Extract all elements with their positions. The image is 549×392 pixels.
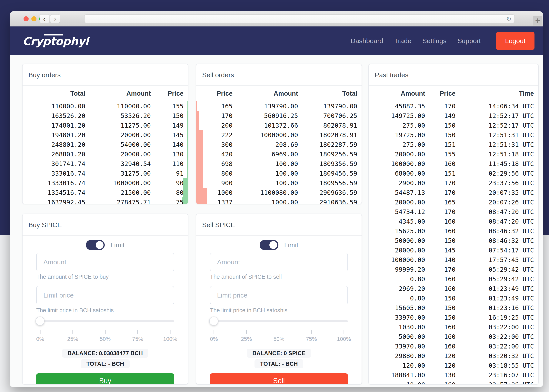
back-button[interactable]: ‹ bbox=[40, 14, 49, 23]
trade-row: 4345.0016008:47:20 UTC bbox=[374, 217, 534, 226]
cell-price: 149 bbox=[151, 122, 183, 129]
toggle-label: Limit bbox=[284, 241, 298, 249]
cell-price: 130 bbox=[425, 371, 456, 379]
order-row[interactable]: 248801.2054000.00140 bbox=[28, 140, 183, 149]
cell-price: 150 bbox=[425, 294, 456, 302]
trade-row: 275.0015112:51:31 UTC bbox=[374, 140, 534, 149]
nav-trade[interactable]: Trade bbox=[394, 37, 411, 45]
sell-button[interactable]: Sell bbox=[210, 373, 348, 385]
cell-time: 01:23:49 UTC bbox=[456, 294, 534, 302]
nav-settings[interactable]: Settings bbox=[422, 37, 446, 45]
nav-dashboard[interactable]: Dashboard bbox=[351, 37, 383, 45]
url-bar[interactable]: ↻ bbox=[84, 14, 515, 23]
cell-time: 08:47:20 UTC bbox=[456, 208, 534, 216]
cell-amount: 1000000.00 bbox=[85, 179, 151, 187]
order-row[interactable]: 800100.001809456.59 bbox=[201, 168, 357, 178]
cell-amount: 100000.00 bbox=[374, 256, 425, 264]
limit-toggle[interactable] bbox=[260, 240, 278, 250]
trade-row: 50000.0015008:46:32 UTC bbox=[374, 236, 534, 245]
cell-amount: 120.00 bbox=[374, 362, 425, 369]
cell-amount: 53526.20 bbox=[85, 112, 151, 119]
cell-total: 1809356.59 bbox=[298, 160, 357, 168]
order-row[interactable]: 165139790.00139790.00 bbox=[201, 101, 357, 111]
depth-bar bbox=[187, 149, 188, 159]
order-row[interactable]: 268801.2020000.00130 bbox=[28, 149, 183, 159]
order-row[interactable]: 174801.2011275.00149 bbox=[28, 120, 183, 130]
cell-time: 12:51:31 UTC bbox=[456, 141, 534, 148]
slider-tick-label: 75% bbox=[306, 336, 317, 342]
limit-price-input[interactable] bbox=[210, 286, 348, 304]
column-header-total: Total bbox=[298, 90, 357, 97]
order-row[interactable]: 301741.7432940.54110 bbox=[28, 159, 183, 168]
order-row[interactable]: 1333016.741000000.0090 bbox=[28, 178, 183, 188]
slider-tick-labels: 0%25%50%75%100% bbox=[214, 336, 344, 342]
slider-knob[interactable] bbox=[35, 316, 44, 326]
amount-input[interactable] bbox=[210, 253, 348, 271]
cell-price: 160 bbox=[425, 333, 456, 340]
cell-time: 17:57:45 UTC bbox=[456, 256, 534, 264]
limit-toggle[interactable] bbox=[86, 240, 105, 250]
slider-ticks bbox=[214, 330, 344, 334]
minimize-window-button[interactable] bbox=[31, 16, 36, 21]
logo[interactable]: Cryptophyl bbox=[22, 34, 88, 48]
cell-total: 802078.91 bbox=[298, 122, 357, 129]
order-row[interactable]: 13371000.002910636.59 bbox=[201, 197, 357, 204]
cell-price: 170 bbox=[425, 208, 456, 216]
trade-row: 33970.0015016:19:25 UTC bbox=[374, 313, 534, 322]
cell-price: 160 bbox=[425, 323, 456, 331]
order-row[interactable]: 10001100080.002909636.59 bbox=[201, 188, 357, 197]
slider-knob[interactable] bbox=[209, 316, 218, 326]
order-row[interactable]: 1632992.45278475.7175 bbox=[28, 197, 183, 204]
order-row[interactable]: 900100.001809556.59 bbox=[201, 178, 357, 188]
cell-time: 16:19:25 UTC bbox=[456, 314, 534, 321]
cell-price: 160 bbox=[425, 285, 456, 293]
order-row[interactable]: 200101372.66802078.91 bbox=[201, 120, 357, 130]
buy-button[interactable]: Buy bbox=[36, 373, 174, 385]
trade-row: 29880.0012003:20:32 UTC bbox=[374, 351, 534, 361]
order-row[interactable]: 194801.2020000.00145 bbox=[28, 130, 183, 140]
slider-tick-label: 100% bbox=[337, 336, 351, 342]
order-row[interactable]: 1354516.7421500.0080 bbox=[28, 188, 183, 197]
cell-price: 150 bbox=[151, 112, 183, 119]
order-row[interactable]: 163526.2053526.20150 bbox=[28, 111, 183, 120]
refresh-icon[interactable]: ↻ bbox=[506, 15, 511, 22]
cell-total: 1809256.59 bbox=[298, 151, 357, 158]
cell-total: 194801.20 bbox=[28, 131, 85, 139]
cell-amount: 29880.00 bbox=[374, 352, 425, 360]
depth-bar bbox=[187, 168, 188, 178]
order-row[interactable]: 110000.00110000.00155 bbox=[28, 101, 183, 111]
amount-input[interactable] bbox=[36, 253, 174, 271]
order-row[interactable]: 170560916.25700706.25 bbox=[201, 111, 357, 120]
slider-tick bbox=[72, 330, 73, 334]
cell-total: 1333016.74 bbox=[28, 179, 85, 187]
close-window-button[interactable] bbox=[23, 16, 29, 21]
cell-total: 2909636.59 bbox=[298, 189, 357, 196]
limit-price-input[interactable] bbox=[36, 286, 174, 304]
order-row[interactable]: 333016.7431275.0091 bbox=[28, 168, 183, 178]
percent-slider[interactable] bbox=[210, 320, 348, 322]
trade-row: 15605.0015001:23:16 UTC bbox=[374, 303, 534, 313]
new-tab-button[interactable]: + bbox=[533, 16, 542, 26]
forward-button[interactable]: › bbox=[50, 14, 60, 23]
cell-amount: 15605.00 bbox=[374, 304, 425, 312]
order-row[interactable]: 4206969.001809256.59 bbox=[201, 149, 357, 159]
cell-total: 1802287.59 bbox=[298, 141, 357, 148]
trade-row: 120.0012003:18:55 UTC bbox=[374, 361, 534, 370]
column-header-amount: Amount bbox=[232, 90, 298, 97]
order-row[interactable]: 300208.691802287.59 bbox=[201, 140, 357, 149]
cell-total: 1632992.45 bbox=[28, 199, 85, 204]
order-row[interactable]: 2221000000.001802078.91 bbox=[201, 130, 357, 140]
order-row[interactable]: 698100.001809356.59 bbox=[201, 159, 357, 168]
trade-row: 45882.3517014:06:34 UTC bbox=[374, 101, 534, 111]
slider-tick bbox=[137, 330, 138, 334]
percent-slider[interactable] bbox=[36, 320, 174, 322]
cell-amount: 0.80 bbox=[374, 294, 425, 302]
limit-price-help: The limit price in BCH satoshis bbox=[36, 307, 174, 314]
logout-button[interactable]: Logout bbox=[496, 32, 535, 50]
slider-tick-label: 0% bbox=[210, 336, 218, 342]
balance-badge: BALANCE: 0.03038477 BCH bbox=[62, 349, 148, 358]
cell-amount: 100.00 bbox=[232, 160, 298, 168]
cell-time: 12:51:31 UTC bbox=[456, 131, 534, 139]
cell-time: 01:23:49 UTC bbox=[456, 285, 534, 293]
nav-support[interactable]: Support bbox=[458, 37, 481, 45]
